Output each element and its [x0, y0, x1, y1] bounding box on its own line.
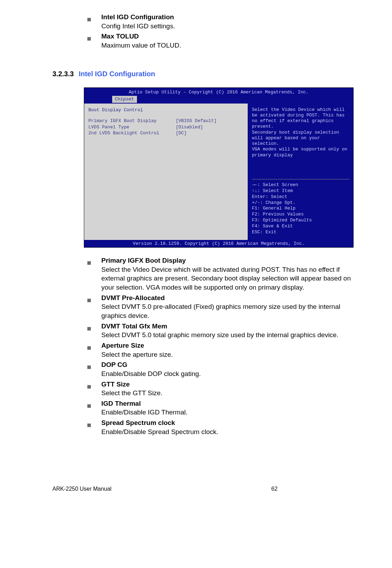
- term: Aperture Size: [101, 342, 144, 349]
- bios-setting-label: LVDS Panel Type: [88, 124, 176, 130]
- bullet-icon: [87, 360, 101, 378]
- bios-setting-row[interactable]: LVDS Panel Type [Disabled]: [88, 124, 244, 130]
- list-item-body: IGD ThermalEnable/Disable IGD Thermal.: [101, 399, 188, 417]
- bios-nav-line: ↑↓: Select Item: [252, 188, 350, 194]
- list-item-body: GTT SizeSelect the GTT Size.: [101, 380, 162, 398]
- page: Intel IGD Configuration Config Intel IGD…: [0, 0, 392, 507]
- bios-setting-label: Primary IGFX Boot Display: [88, 118, 176, 124]
- list-item-body: Spread Spectrum clockEnable/Disable Spre…: [101, 418, 218, 436]
- desc: Enable/Disable DOP clock gating.: [101, 370, 201, 377]
- list-item: Intel IGD Configuration Config Intel IGD…: [87, 13, 361, 30]
- bullet-icon: [87, 418, 101, 436]
- bios-left-header: Boot Display Control: [88, 107, 244, 113]
- bullet-icon: [87, 32, 101, 50]
- list-item: Aperture SizeSelect the aperture size.: [87, 341, 361, 359]
- list-item-body: Max TOLUD Maximum value of TOLUD.: [101, 32, 181, 50]
- desc: Config Intel IGD settings.: [101, 22, 175, 30]
- bios-nav-line: Enter: Select: [252, 194, 350, 200]
- bios-footer: Version 2.18.1259. Copyright (C) 2016 Am…: [84, 240, 353, 248]
- list-item: GTT SizeSelect the GTT Size.: [87, 380, 361, 398]
- list-item-body: Primary IGFX Boot DisplaySelect the Vide…: [101, 256, 361, 292]
- bios-nav-line: F4: Save & Exit: [252, 223, 350, 229]
- desc: Enable/Disable IGD Thermal.: [101, 409, 188, 416]
- bios-nav-line: +/-: Change Opt.: [252, 200, 350, 206]
- bios-header: Aptio Setup Utility – Copyright (C) 2016…: [84, 88, 353, 104]
- term: Spread Spectrum clock: [101, 419, 175, 426]
- term: DVMT Pre-Allocated: [101, 294, 165, 301]
- bios-nav-line: F1: General Help: [252, 206, 350, 212]
- list-item-body: DOP CGEnable/Disable DOP clock gating.: [101, 360, 201, 378]
- bullet-icon: [87, 399, 101, 417]
- bullet-icon: [87, 380, 101, 398]
- bios-screenshot: Aptio Setup Utility – Copyright (C) 2016…: [84, 87, 354, 248]
- desc: Select the aperture size.: [101, 351, 173, 358]
- bios-title: Aptio Setup Utility – Copyright (C) 2016…: [84, 88, 353, 96]
- bios-nav-help: →←: Select Screen ↑↓: Select Item Enter:…: [252, 182, 350, 235]
- top-bullet-list: Intel IGD Configuration Config Intel IGD…: [87, 13, 361, 50]
- list-item-body: Aperture SizeSelect the aperture size.: [101, 341, 173, 359]
- option-list: Primary IGFX Boot DisplaySelect the Vide…: [87, 256, 361, 436]
- section-number: 3.2.3.3: [52, 69, 74, 79]
- bios-nav-line: F2: Previous Values: [252, 212, 350, 218]
- desc: Select the Video Device which will be ac…: [101, 266, 351, 291]
- bios-left-pane: Boot Display Control Primary IGFX Boot D…: [84, 104, 248, 240]
- bios-setting-label: 2nd LVDS Backlight Control: [88, 130, 176, 136]
- bullet-icon: [87, 341, 101, 359]
- list-item-body: DVMT Pre-AllocatedSelect DVMT 5.0 pre-al…: [101, 293, 361, 320]
- term: GTT Size: [101, 381, 130, 388]
- page-number: 62: [271, 485, 278, 493]
- desc: Enable/Disable Spread Spectrum clock.: [101, 428, 218, 435]
- list-item: DVMT Total Gfx MemSelect DVMT 5.0 total …: [87, 322, 361, 340]
- bullet-icon: [87, 13, 101, 30]
- divider: [252, 179, 350, 179]
- term: DVMT Total Gfx Mem: [101, 322, 167, 330]
- bios-setting-value: [DC]: [176, 130, 187, 136]
- term: Max TOLUD: [101, 33, 139, 40]
- bios-setting-value: [VBIOS Default]: [176, 118, 217, 124]
- bios-setting-row[interactable]: Primary IGFX Boot Display [VBIOS Default…: [88, 118, 244, 124]
- list-item: Primary IGFX Boot DisplaySelect the Vide…: [87, 256, 361, 292]
- bullet-icon: [87, 322, 101, 340]
- term: DOP CG: [101, 361, 128, 368]
- list-item-body: Intel IGD Configuration Config Intel IGD…: [101, 13, 175, 30]
- bullet-icon: [87, 293, 101, 320]
- bios-right-pane: Select the Video Device which will be ac…: [248, 104, 353, 240]
- term: Primary IGFX Boot Display: [101, 257, 186, 264]
- list-item: Max TOLUD Maximum value of TOLUD.: [87, 32, 361, 50]
- desc: Maximum value of TOLUD.: [101, 42, 181, 49]
- bios-tabs: Chipset: [84, 96, 353, 103]
- term: Intel IGD Configuration: [101, 13, 174, 21]
- term: IGD Thermal: [101, 400, 141, 407]
- page-footer: ARK-2250 User Manual 62: [52, 485, 361, 493]
- bios-nav-line: F3: Optimized Defaults: [252, 218, 350, 223]
- list-item: Spread Spectrum clockEnable/Disable Spre…: [87, 418, 361, 436]
- bios-nav-line: →←: Select Screen: [252, 182, 350, 188]
- bullet-icon: [87, 256, 101, 292]
- list-item: DOP CGEnable/Disable DOP clock gating.: [87, 360, 361, 378]
- bios-help-text: Select the Video Device which will be ac…: [252, 107, 350, 158]
- list-item-body: DVMT Total Gfx MemSelect DVMT 5.0 total …: [101, 322, 339, 340]
- bios-tab-chipset[interactable]: Chipset: [112, 96, 137, 103]
- bios-body: Boot Display Control Primary IGFX Boot D…: [84, 104, 353, 240]
- desc: Select the GTT Size.: [101, 389, 162, 397]
- bios-nav-line: ESC: Exit: [252, 229, 350, 235]
- desc: Select DVMT 5.0 total graphic memory siz…: [101, 331, 339, 339]
- list-item: IGD ThermalEnable/Disable IGD Thermal.: [87, 399, 361, 417]
- bios-setting-row[interactable]: 2nd LVDS Backlight Control [DC]: [88, 130, 244, 136]
- section-title: Intel IGD Configuration: [79, 69, 155, 79]
- footer-left: ARK-2250 User Manual: [52, 485, 111, 493]
- desc: Select DVMT 5.0 pre-allocated (Fixed) gr…: [101, 303, 340, 319]
- section-heading: 3.2.3.3 Intel IGD Configuration: [52, 69, 361, 79]
- list-item: DVMT Pre-AllocatedSelect DVMT 5.0 pre-al…: [87, 293, 361, 320]
- bios-setting-value: [Disabled]: [176, 124, 203, 130]
